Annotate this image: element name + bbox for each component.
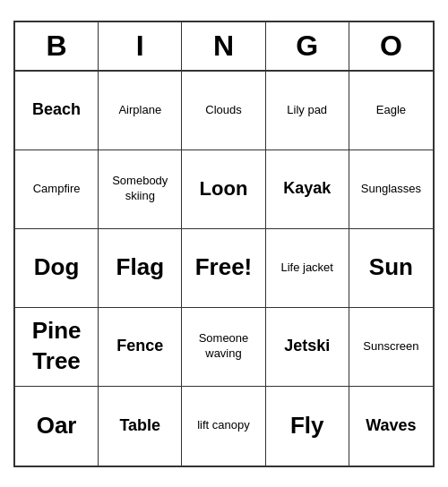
bingo-cell: Jetski [266, 308, 349, 387]
cell-label: Life jacket [280, 261, 333, 276]
bingo-cell: Airplane [99, 72, 182, 150]
bingo-cell: Somebody skiing [99, 150, 182, 229]
cell-label: Eagle [376, 103, 406, 118]
cell-label: Fence [116, 336, 163, 356]
bingo-cell: Loon [182, 150, 265, 229]
bingo-cell: Someone waving [182, 308, 265, 387]
bingo-header-letter: I [99, 22, 182, 70]
cell-label: lift canopy [197, 418, 250, 433]
bingo-cell: Beach [15, 72, 99, 150]
bingo-cell: Table [99, 387, 182, 466]
cell-label: Pine Tree [19, 316, 94, 377]
cell-label: Loon [200, 176, 248, 202]
cell-label: Fly [290, 411, 324, 441]
bingo-cell: Lily pad [266, 72, 349, 150]
bingo-cell: Eagle [349, 72, 433, 150]
cell-label: Sunscreen [363, 339, 418, 355]
cell-label: Flag [116, 252, 164, 283]
bingo-header-letter: B [15, 22, 99, 70]
cell-label: Beach [32, 99, 81, 120]
cell-label: Lily pad [287, 103, 327, 118]
bingo-cell: Sun [349, 229, 433, 308]
bingo-header: BINGO [15, 22, 433, 72]
bingo-cell: Sunglasses [349, 150, 433, 229]
cell-label: Free! [195, 252, 253, 283]
cell-label: Campfire [33, 182, 81, 197]
cell-label: Someone waving [185, 331, 261, 362]
bingo-cell: Clouds [182, 72, 265, 150]
cell-label: Airplane [118, 103, 161, 118]
cell-label: Clouds [205, 103, 241, 118]
cell-label: Sunglasses [361, 182, 421, 197]
cell-label: Dog [34, 252, 80, 283]
bingo-cell: Fence [99, 308, 182, 387]
bingo-cell: Dog [15, 229, 99, 308]
bingo-cell: Free! [182, 229, 265, 308]
cell-label: Waves [366, 415, 416, 436]
bingo-cell: Life jacket [266, 229, 349, 308]
bingo-cell: Sunscreen [349, 308, 433, 387]
bingo-cell: lift canopy [182, 387, 265, 466]
bingo-header-letter: N [182, 22, 265, 70]
cell-label: Table [119, 415, 160, 436]
bingo-cell: Kayak [266, 150, 349, 229]
cell-label: Kayak [283, 178, 331, 199]
bingo-cell: Waves [349, 387, 433, 466]
bingo-cell: Oar [15, 387, 99, 466]
bingo-cell: Campfire [15, 150, 99, 229]
bingo-card: BINGO BeachAirplaneCloudsLily padEagleCa… [13, 21, 435, 467]
cell-label: Oar [37, 411, 77, 441]
bingo-cell: Flag [99, 229, 182, 308]
bingo-cell: Pine Tree [15, 308, 99, 387]
bingo-cell: Fly [266, 387, 349, 466]
bingo-grid: BeachAirplaneCloudsLily padEagleCampfire… [15, 72, 433, 466]
bingo-header-letter: G [266, 22, 349, 70]
bingo-header-letter: O [349, 22, 433, 70]
cell-label: Jetski [284, 336, 330, 356]
cell-label: Somebody skiing [102, 174, 177, 204]
cell-label: Sun [369, 252, 413, 283]
